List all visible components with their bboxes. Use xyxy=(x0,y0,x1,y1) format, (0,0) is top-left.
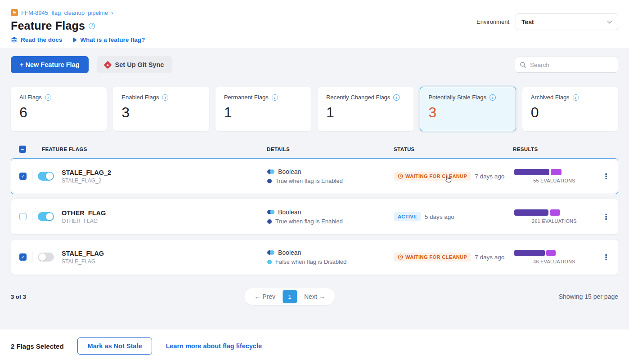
flag-toggle[interactable] xyxy=(38,253,54,262)
results-cell: 46 EVALUATIONS xyxy=(513,250,594,264)
details-cell: Boolean False when flag is Disabled xyxy=(267,249,394,265)
git-sync-icon xyxy=(103,61,112,69)
stat-card-label: Enabled Flags xyxy=(121,94,159,101)
evaluations-label: 261 EVALUATIONS xyxy=(532,218,577,224)
stat-card-value: 1 xyxy=(224,104,303,121)
flag-type: Boolean xyxy=(278,168,301,175)
status-text: WAITING FOR CLEANUP xyxy=(405,254,467,260)
flag-toggle[interactable] xyxy=(38,212,54,221)
mark-not-stale-button[interactable]: Mark as Not Stale xyxy=(77,337,153,355)
selection-footer: 2 Flags Selected Mark as Not Stale Learn… xyxy=(0,329,629,363)
variation-label: True when flag is Enabled xyxy=(275,218,343,225)
results-cell: 55 EVALUATIONS xyxy=(513,169,594,183)
search-icon xyxy=(520,62,526,68)
kebab-menu-icon[interactable]: ⋮ xyxy=(599,171,614,182)
kebab-menu-icon[interactable]: ⋮ xyxy=(599,252,614,263)
status-cell: WAITING FOR CLEANUP 7 days ago xyxy=(394,253,513,262)
row-checkbox[interactable]: ✓ xyxy=(19,213,27,220)
flag-name: OTHER_FLAG xyxy=(62,209,106,217)
flag-type: Boolean xyxy=(278,209,301,216)
stat-card-label: Permanent Flags xyxy=(224,94,269,101)
status-badge[interactable]: ACTIVE xyxy=(394,212,421,221)
status-cell: ACTIVE 5 days ago xyxy=(394,212,513,221)
flag-id: OTHER_FLAG xyxy=(62,218,106,224)
divider xyxy=(32,170,32,182)
stat-card-label: Potentially Stale Flags xyxy=(428,94,486,101)
what-is-flag-link[interactable]: What is a feature flag? xyxy=(73,36,145,43)
variation-dot-icon xyxy=(267,260,272,264)
flag-toggle[interactable] xyxy=(38,172,54,181)
status-age: 7 days ago xyxy=(475,254,504,261)
environment-label: Environment xyxy=(476,18,509,25)
environment-select[interactable]: Test xyxy=(516,13,618,30)
divider xyxy=(32,211,32,222)
flag-name: STALE_FLAG xyxy=(62,250,104,257)
stat-card-label: Archived Flags xyxy=(531,94,570,101)
flag-type: Boolean xyxy=(278,249,301,256)
stat-card[interactable]: Potentially Stale Flags i 3 xyxy=(420,87,516,131)
variation-label: True when flag is Enabled xyxy=(275,178,343,184)
status-age: 5 days ago xyxy=(425,213,454,220)
play-icon xyxy=(73,37,77,43)
breadcrumb-chevron-icon: › xyxy=(111,9,113,16)
boolean-type-icon xyxy=(267,250,274,255)
read-docs-link[interactable]: Read the docs xyxy=(11,36,62,43)
status-badge[interactable]: WAITING FOR CLEANUP xyxy=(394,253,471,262)
column-header-status: STATUS xyxy=(394,146,513,152)
table-row[interactable]: ✓ STALE_FLAG STALE_FLAG Boolean False wh… xyxy=(11,239,618,275)
flag-table-body: ✓ STALE_FLAG_2 STALE_FLAG_2 Boolean True… xyxy=(11,158,618,275)
evaluations-label: 55 EVALUATIONS xyxy=(533,178,575,183)
stat-cards: All Flags i 6 Enabled Flags i 3 Permanen… xyxy=(11,87,618,131)
results-cell: 261 EVALUATIONS xyxy=(513,209,594,224)
status-text: WAITING FOR CLEANUP xyxy=(405,173,467,179)
prev-button[interactable]: ← Prev xyxy=(247,293,283,300)
search-box[interactable] xyxy=(515,57,618,73)
info-icon[interactable]: i xyxy=(162,94,168,101)
page-title: Feature Flags xyxy=(11,19,85,32)
evaluations-bar xyxy=(514,209,560,216)
git-sync-button[interactable]: Set Up Git Sync xyxy=(97,56,172,73)
stat-card[interactable]: Archived Flags i 0 xyxy=(522,87,618,131)
chevron-down-icon xyxy=(607,20,612,24)
status-age: 7 days ago xyxy=(475,173,504,180)
stat-card-label: Recently Changed Flags xyxy=(326,94,390,101)
search-input[interactable] xyxy=(530,62,613,68)
stat-card[interactable]: All Flags i 6 xyxy=(11,87,107,131)
new-feature-flag-button[interactable]: + New Feature Flag xyxy=(11,56,89,73)
boolean-type-icon xyxy=(267,169,274,174)
info-icon[interactable]: i xyxy=(490,94,496,101)
toolbar: + New Feature Flag Set Up Git Sync xyxy=(11,56,618,73)
next-button[interactable]: Next → xyxy=(297,293,332,300)
flag-lifecycle-link[interactable]: Learn more about flag lifecycle xyxy=(166,342,262,350)
info-icon[interactable]: i xyxy=(45,94,51,101)
table-row[interactable]: ✓ OTHER_FLAG OTHER_FLAG Boolean True whe… xyxy=(11,199,618,235)
variation-dot-icon xyxy=(267,179,272,183)
breadcrumb-project[interactable]: FFM-8945_flag_cleanup_pipeline xyxy=(21,9,108,16)
stat-card-value: 1 xyxy=(326,104,405,121)
project-icon: ⚑ xyxy=(11,9,18,16)
environment-value: Test xyxy=(521,18,534,26)
info-icon[interactable]: i xyxy=(573,94,579,101)
selected-count: 2 Flags Selected xyxy=(11,342,64,350)
row-checkbox[interactable]: ✓ xyxy=(19,173,27,180)
stat-card[interactable]: Recently Changed Flags i 1 xyxy=(318,87,413,131)
clock-icon xyxy=(398,173,403,179)
info-icon[interactable]: i xyxy=(272,94,278,101)
table-header: − FEATURE FLAGS DETAILS STATUS RESULTS xyxy=(11,140,618,158)
variation-dot-icon xyxy=(267,219,272,224)
clock-icon xyxy=(398,254,403,260)
kebab-menu-icon[interactable]: ⋮ xyxy=(599,211,614,222)
stat-card[interactable]: Enabled Flags i 3 xyxy=(113,87,209,131)
title-info-icon[interactable]: i xyxy=(89,23,95,29)
evaluations-bar xyxy=(514,169,562,175)
evaluations-label: 46 EVALUATIONS xyxy=(533,259,575,264)
page-1-button[interactable]: 1 xyxy=(283,290,297,303)
details-cell: Boolean True when flag is Enabled xyxy=(267,209,394,225)
table-row[interactable]: ✓ STALE_FLAG_2 STALE_FLAG_2 Boolean True… xyxy=(11,158,618,194)
page-header: ⚑ FFM-8945_flag_cleanup_pipeline › Featu… xyxy=(0,0,629,49)
info-icon[interactable]: i xyxy=(393,94,400,101)
stat-card[interactable]: Permanent Flags i 1 xyxy=(216,87,311,131)
status-badge[interactable]: WAITING FOR CLEANUP xyxy=(394,172,471,181)
select-all-checkbox[interactable]: − xyxy=(19,146,26,153)
row-checkbox[interactable]: ✓ xyxy=(19,253,27,261)
